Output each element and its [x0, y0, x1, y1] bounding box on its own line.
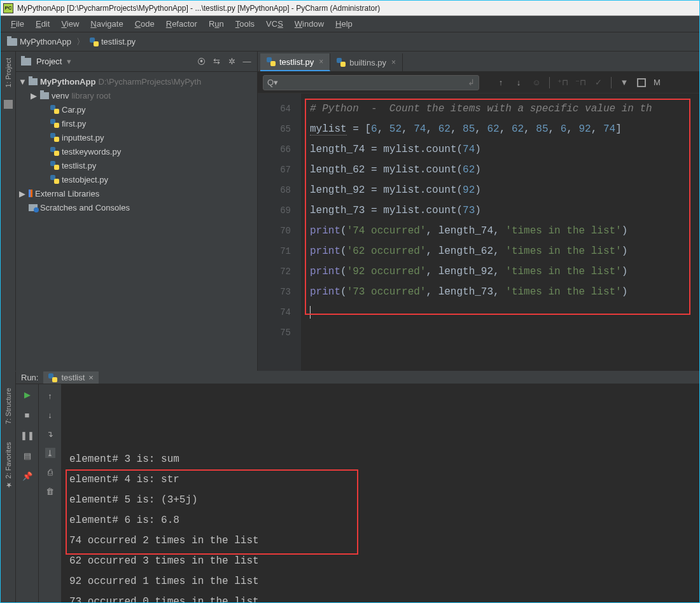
menu-refactor[interactable]: Refactor [161, 17, 202, 31]
line-number: 64 [258, 99, 301, 119]
chevron-right-icon[interactable]: ▶ [18, 189, 26, 198]
editor-search[interactable]: Q▾ ↲ [263, 75, 479, 90]
locate-icon[interactable]: ⦿ [196, 57, 206, 67]
code-editor[interactable]: # Python - Count the items with a specif… [301, 94, 699, 371]
tree-file[interactable]: first.py [16, 116, 257, 130]
pause-icon[interactable]: ❚❚ [22, 430, 32, 440]
print-icon[interactable]: ⎙ [45, 467, 55, 477]
tree-external-libs[interactable]: ▶ External Libraries [16, 186, 257, 200]
arrow-up-icon[interactable]: ↑ [45, 391, 55, 401]
remove-icon[interactable]: ⁻⊓ [575, 78, 585, 88]
breadcrumb-root[interactable]: MyPythonApp [20, 37, 71, 46]
folder-icon [29, 78, 38, 85]
console-line: 73 occurred 0 times in the list [69, 592, 699, 603]
menu-edit[interactable]: Edit [31, 17, 55, 31]
filter-icon[interactable]: ▼ [619, 78, 629, 88]
wrap-icon[interactable]: ↴ [45, 429, 55, 439]
tree-root[interactable]: ▼ MyPythonApp D:\PycharmProjects\MyPyth [16, 74, 257, 88]
tree-root-label: MyPythonApp [40, 77, 95, 87]
close-icon[interactable]: × [88, 373, 94, 382]
menu-run[interactable]: Run [204, 17, 229, 31]
tree-file-label: testobject.py [62, 175, 108, 184]
pin-icon[interactable]: 📌 [22, 471, 32, 481]
console-line: element# 6 is: 6.8 [69, 510, 699, 530]
chevron-down-icon[interactable]: ▼ [18, 77, 26, 87]
side-tab-favorites[interactable]: ★ 2: Favorites [4, 442, 12, 489]
tree-file-label: inputtest.py [62, 133, 104, 142]
tree-venv[interactable]: ▶ venv library root [16, 88, 257, 102]
line-number: 70 [258, 221, 301, 241]
scroll-to-end-icon[interactable]: ⤓ [45, 448, 55, 458]
project-toolbar: Project ▾ ⦿ ⇆ ✲ — [16, 52, 257, 72]
side-tab-structure[interactable]: 7: Structure [4, 388, 12, 424]
run-tab[interactable]: testlist × [43, 371, 98, 384]
tree-scratches-label: Scratches and Consoles [40, 203, 130, 212]
arrow-down-icon[interactable]: ↓ [45, 410, 55, 420]
side-tool-icon[interactable] [4, 100, 13, 109]
console-line: element# 4 is: str [69, 469, 699, 490]
add-icon[interactable]: ⁺⊓ [557, 78, 568, 88]
tree-venv-label: venv [52, 91, 69, 100]
pycharm-app-icon: PC [3, 3, 13, 13]
collapse-icon[interactable]: ⇆ [211, 57, 221, 67]
tree-file[interactable]: testlist.py [16, 158, 257, 172]
menu-vcs[interactable]: VCS [261, 17, 288, 31]
console-line: 74 occurred 2 times in the list [69, 530, 699, 551]
bottom-left-strip: 7: Structure ★ 2: Favorites [1, 371, 16, 602]
menu-file[interactable]: File [6, 17, 29, 31]
python-file-icon [50, 147, 59, 156]
menu-navigate[interactable]: Navigate [85, 17, 128, 31]
close-icon[interactable]: × [319, 57, 323, 66]
main-content: 1: Project Project ▾ ⦿ ⇆ ✲ — ▼ MyPythonA… [1, 52, 699, 371]
search-icon: Q▾ [267, 78, 278, 87]
scratches-icon [29, 204, 38, 211]
folder-icon [21, 58, 31, 66]
tree-file[interactable]: Car.py [16, 102, 257, 116]
tree-file-label: first.py [62, 119, 86, 128]
gear-icon[interactable]: ✲ [227, 57, 237, 67]
python-file-icon [90, 38, 99, 46]
project-title[interactable]: Project [36, 57, 62, 66]
breadcrumb-file[interactable]: testlist.py [101, 37, 136, 46]
run-console[interactable]: element# 3 is: sumelement# 4 is: strelem… [62, 384, 699, 603]
folder-icon [7, 38, 17, 46]
tree-file[interactable]: testkeywords.py [16, 144, 257, 158]
tree-file[interactable]: testobject.py [16, 172, 257, 186]
checkbox-m[interactable] [637, 78, 646, 87]
menu-view[interactable]: View [56, 17, 84, 31]
menu-code[interactable]: Code [130, 17, 160, 31]
menu-tools[interactable]: Tools [230, 17, 260, 31]
close-icon[interactable]: × [391, 58, 396, 67]
chevron-down-icon[interactable]: ▾ [67, 57, 71, 66]
hide-icon[interactable]: — [242, 57, 252, 67]
run-controls-primary: ▶ ■ ❚❚ ▤ 📌 [16, 384, 39, 603]
tree-scratches[interactable]: Scratches and Consoles [16, 200, 257, 214]
project-panel: Project ▾ ⦿ ⇆ ✲ — ▼ MyPythonApp D:\Pycha… [16, 52, 258, 371]
tree-root-path: D:\PycharmProjects\MyPyth [98, 77, 201, 87]
tab-testlist[interactable]: testlist.py × [260, 53, 330, 71]
side-tab-project[interactable]: 1: Project [4, 58, 12, 87]
menu-help[interactable]: Help [330, 17, 358, 31]
console-line: element# 5 is: (3+5j) [69, 490, 699, 510]
python-file-icon [48, 373, 57, 382]
libraries-icon [29, 190, 32, 197]
menu-window[interactable]: Window [290, 17, 329, 31]
stop-icon[interactable]: ■ [22, 410, 32, 420]
python-file-icon [50, 175, 59, 184]
chevron-right-icon[interactable]: ▶ [30, 91, 38, 100]
breadcrumb-bar: MyPythonApp 〉 testlist.py [1, 32, 699, 52]
tree-file[interactable]: inputtest.py [16, 130, 257, 144]
tab-builtins[interactable]: builtins.py × [330, 53, 403, 71]
window-titlebar: PC MyPythonApp [D:\PycharmProjects\MyPyt… [1, 1, 699, 16]
trash-icon[interactable]: 🗑 [45, 486, 55, 496]
person-icon[interactable]: ☺ [531, 78, 542, 88]
run-icon[interactable]: ▶ [22, 389, 32, 399]
run-tab-label: testlist [61, 373, 85, 382]
search-input[interactable] [282, 78, 464, 87]
python-file-icon [50, 161, 59, 170]
check-icon[interactable]: ✓ [593, 78, 603, 88]
enter-icon: ↲ [468, 78, 475, 87]
arrow-up-icon[interactable]: ↑ [496, 78, 506, 88]
arrow-down-icon[interactable]: ↓ [514, 78, 524, 88]
layout-icon[interactable]: ▤ [22, 450, 32, 461]
